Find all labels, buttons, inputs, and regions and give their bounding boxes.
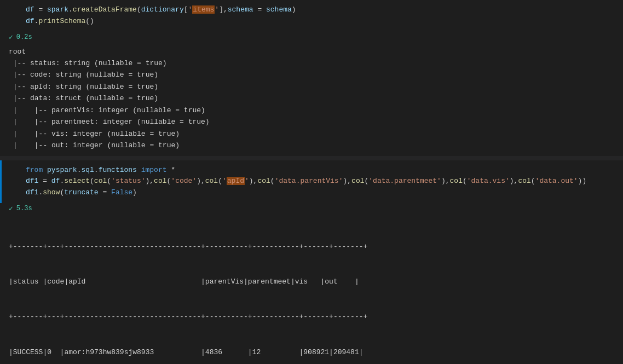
table-separator-header: +-------+---+---------------------------… [9, 311, 623, 322]
success-icon: ✓ [9, 33, 13, 42]
cell-2-timing: ✓ 5.3s [0, 203, 623, 215]
cell-1-code: df = spark.createDataFrame(dictionary['i… [0, 0, 623, 32]
cell-2: from pyspark.sql.functions import * df1 … [0, 160, 623, 215]
cell-2-code: from pyspark.sql.functions import * df1 … [0, 160, 623, 203]
code-line-select: df1 = df.select(col('status'),col('code'… [10, 176, 623, 187]
notebook: df = spark.createDataFrame(dictionary['i… [0, 0, 623, 364]
schema-field-3: |-- data: struct (nullable = true) [9, 93, 614, 104]
success-icon-2: ✓ [9, 204, 13, 213]
schema-output: root |-- status: string (nullable = true… [0, 44, 623, 156]
schema-root: root [9, 46, 614, 57]
cell-1: df = spark.createDataFrame(dictionary['i… [0, 0, 623, 44]
table-header: |status |code|apId |parentVis|parentmeet… [9, 276, 623, 287]
cell-1-time: 0.2s [16, 33, 32, 41]
cell-divider [0, 156, 623, 160]
schema-field-0: |-- status: string (nullable = true) [9, 57, 614, 69]
schema-field-2: |-- apId: string (nullable = true) [9, 81, 614, 93]
schema-field-1: |-- code: string (nullable = true) [9, 69, 614, 80]
schema-field-4: | |-- parentVis: integer (nullable = tru… [9, 105, 614, 116]
table-output: +-------+---+---------------------------… [0, 215, 623, 364]
cell-2-time: 5.3s [16, 205, 32, 212]
code-line-show: df1.show(truncate = False) [10, 187, 623, 199]
code-line-import: from pyspark.sql.functions import * [10, 165, 623, 176]
schema-field-7: | |-- out: integer (nullable = true) [9, 140, 614, 151]
table-separator-top: +-------+---+---------------------------… [9, 241, 623, 252]
code-line-1: df = spark.createDataFrame(dictionary['i… [10, 4, 623, 16]
schema-field-5: | |-- parentmeet: integer (nullable = tr… [9, 116, 614, 128]
schema-field-6: | |-- vis: integer (nullable = true) [9, 128, 614, 140]
cell-1-timing: ✓ 0.2s [0, 32, 623, 44]
table-row-1: |SUCCESS|0 |amor:h973hw839sjw8933 |4836 … [9, 346, 623, 358]
code-line-3: df.printSchema() [10, 16, 623, 27]
